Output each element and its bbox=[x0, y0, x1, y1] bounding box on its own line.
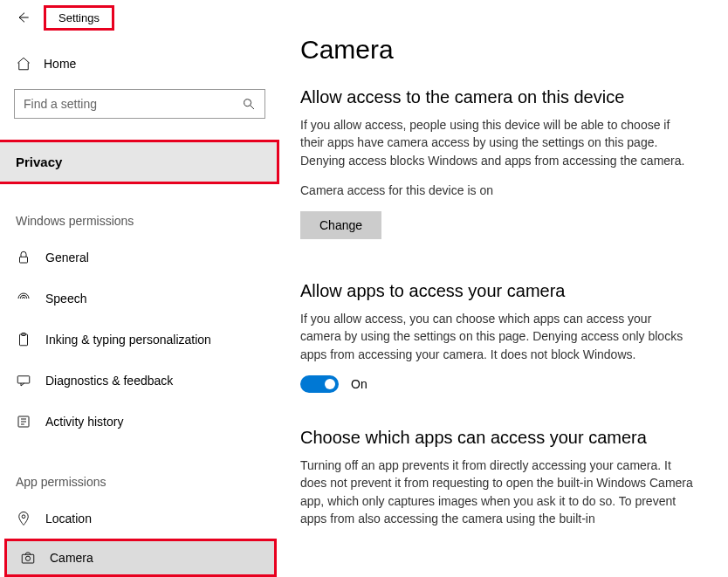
allow-apps-toggle-row: On bbox=[300, 375, 704, 393]
search-icon bbox=[242, 97, 256, 111]
section-heading-choose-apps: Choose which apps can access your camera bbox=[300, 428, 704, 448]
section-description: Turning off an app prevents it from dire… bbox=[300, 457, 693, 527]
section-heading-windows: Windows permissions bbox=[0, 184, 279, 237]
sidebar-item-diagnostics[interactable]: Diagnostics & feedback bbox=[0, 360, 279, 401]
main-content: Camera Allow access to the camera on thi… bbox=[279, 0, 728, 577]
section-description: If you allow access, people using this d… bbox=[300, 116, 693, 169]
sidebar-item-camera[interactable]: Camera bbox=[4, 539, 277, 577]
svg-rect-4 bbox=[17, 375, 30, 382]
camera-icon bbox=[20, 550, 36, 566]
sidebar-item-label: General bbox=[45, 251, 89, 264]
sidebar-item-general[interactable]: General bbox=[0, 237, 279, 278]
sidebar-item-activity[interactable]: Activity history bbox=[0, 401, 279, 442]
allow-apps-toggle[interactable] bbox=[300, 375, 339, 393]
search-input[interactable] bbox=[24, 97, 242, 111]
sidebar: Settings Home Privacy Windows permission… bbox=[0, 0, 279, 577]
svg-rect-1 bbox=[20, 257, 28, 263]
back-button[interactable] bbox=[14, 9, 31, 26]
svg-point-6 bbox=[22, 514, 25, 518]
section-heading-app: App permissions bbox=[0, 442, 279, 498]
arrow-left-icon bbox=[16, 10, 30, 24]
sidebar-item-label: Activity history bbox=[45, 415, 123, 429]
section-description: If you allow access, you can choose whic… bbox=[300, 310, 693, 363]
page-title: Camera bbox=[300, 35, 704, 65]
window-header: Settings bbox=[0, 0, 279, 35]
change-button[interactable]: Change bbox=[300, 211, 381, 239]
sidebar-item-label: Home bbox=[44, 57, 76, 71]
search-box[interactable] bbox=[14, 89, 265, 119]
feedback-icon bbox=[16, 373, 31, 388]
window-title: Settings bbox=[44, 5, 114, 31]
location-icon bbox=[16, 511, 31, 526]
sidebar-item-label: Speech bbox=[45, 292, 86, 306]
sidebar-item-inking[interactable]: Inking & typing personalization bbox=[0, 319, 279, 360]
sidebar-item-location[interactable]: Location bbox=[0, 498, 279, 539]
section-heading-allow-device: Allow access to the camera on this devic… bbox=[300, 87, 704, 107]
sidebar-item-label: Camera bbox=[50, 551, 93, 565]
clipboard-icon bbox=[16, 332, 31, 347]
sidebar-item-label: Diagnostics & feedback bbox=[45, 374, 173, 388]
sidebar-item-speech[interactable]: Speech bbox=[0, 278, 279, 319]
sidebar-item-label: Location bbox=[45, 512, 92, 525]
svg-point-8 bbox=[25, 556, 30, 560]
toggle-state-label: On bbox=[351, 377, 367, 391]
camera-access-status: Camera access for this device is on bbox=[300, 182, 693, 199]
sidebar-item-home[interactable]: Home bbox=[0, 47, 279, 80]
sidebar-item-privacy[interactable]: Privacy bbox=[0, 140, 279, 184]
home-icon bbox=[16, 56, 31, 72]
section-heading-allow-apps: Allow apps to access your camera bbox=[300, 281, 704, 301]
lock-icon bbox=[16, 250, 31, 265]
speech-icon bbox=[16, 291, 31, 306]
history-icon bbox=[16, 414, 31, 429]
svg-point-0 bbox=[244, 100, 251, 106]
sidebar-item-label: Inking & typing personalization bbox=[45, 333, 211, 347]
